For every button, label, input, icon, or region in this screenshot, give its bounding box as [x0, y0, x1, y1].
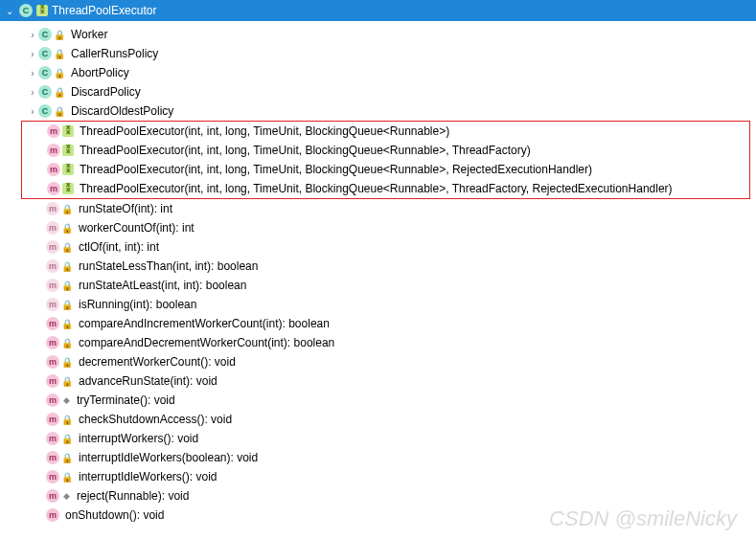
inner-class-row[interactable]: ›C🔒DiscardOldestPolicy — [4, 101, 756, 121]
method-label: reject(Runnable): void — [77, 489, 189, 503]
method-row[interactable]: monShutdown(): void — [4, 505, 756, 525]
expand-arrow-icon[interactable]: › — [27, 87, 38, 98]
method-label: workerCountOf(int): int — [79, 221, 195, 235]
class-icon: C — [38, 66, 52, 79]
method-icon: m — [46, 432, 59, 445]
method-icon: m — [47, 124, 60, 138]
lock-icon: 🔒 — [61, 280, 73, 291]
method-row[interactable]: m🔒interruptIdleWorkers(): void — [4, 467, 756, 486]
inner-class-row[interactable]: ›C🔒Worker — [4, 25, 756, 44]
method-row[interactable]: m🔒compareAndIncrementWorkerCount(int): b… — [4, 314, 756, 333]
method-row[interactable]: m🔒runStateLessThan(int, int): boolean — [4, 257, 756, 276]
method-icon: m — [46, 489, 59, 503]
method-label: checkShutdownAccess(): void — [79, 413, 232, 426]
method-icon: m — [46, 221, 59, 235]
method-label: decrementWorkerCount(): void — [79, 355, 236, 369]
final-icon: ◆ — [61, 395, 71, 405]
method-label: runStateAtLeast(int, int): boolean — [79, 279, 246, 292]
class-label: DiscardPolicy — [71, 85, 141, 99]
lock-icon: 🔒 — [61, 299, 73, 310]
method-label: interruptIdleWorkers(): void — [79, 470, 218, 483]
method-label: advanceRunState(int): void — [79, 374, 218, 388]
method-row[interactable]: m🔒compareAndDecrementWorkerCount(int): b… — [4, 333, 756, 352]
lock-icon: 🔒 — [61, 375, 73, 387]
constructor-label: ThreadPoolExecutor(int, int, long, TimeU… — [80, 124, 449, 138]
method-icon: m — [46, 470, 59, 483]
lock-icon: 🔒 — [54, 67, 65, 79]
method-icon: m — [46, 336, 59, 349]
static-final-icon: ⁑ — [36, 5, 48, 16]
method-row[interactable]: m◆reject(Runnable): void — [4, 486, 756, 505]
method-icon: m — [46, 393, 59, 407]
method-label: interruptIdleWorkers(boolean): void — [79, 451, 258, 464]
method-label: tryTerminate(): void — [77, 393, 175, 407]
class-title: ThreadPoolExecutor — [52, 4, 156, 17]
final-icon: ◆ — [61, 491, 71, 501]
method-row[interactable]: m🔒decrementWorkerCount(): void — [4, 352, 756, 371]
lock-icon: 🔒 — [54, 48, 65, 59]
lock-icon: 🔒 — [61, 203, 73, 214]
method-row[interactable]: m🔒workerCountOf(int): int — [4, 218, 756, 237]
method-row[interactable]: m🔒runStateOf(int): int — [4, 199, 756, 218]
expand-arrow-icon[interactable]: ⌄ — [4, 6, 15, 16]
method-row[interactable]: m🔒interruptWorkers(): void — [4, 429, 756, 448]
constructor-label: ThreadPoolExecutor(int, int, long, TimeU… — [80, 144, 531, 157]
lock-icon: 🔒 — [61, 318, 73, 329]
tree-header[interactable]: ⌄ C ⁑ ThreadPoolExecutor — [0, 0, 756, 21]
class-icon: C — [38, 28, 52, 41]
inner-class-row[interactable]: ›C🔒CallerRunsPolicy — [4, 44, 756, 63]
lock-icon: 🔒 — [61, 241, 73, 253]
method-label: compareAndDecrementWorkerCount(int): boo… — [79, 336, 334, 349]
lock-icon: 🔒 — [61, 452, 73, 463]
method-row[interactable]: m🔒interruptIdleWorkers(boolean): void — [4, 448, 756, 467]
class-label: DiscardOldestPolicy — [71, 104, 173, 118]
method-row[interactable]: m🔒checkShutdownAccess(): void — [4, 410, 756, 429]
constructor-row[interactable]: m⁑ThreadPoolExecutor(int, int, long, Tim… — [22, 122, 749, 141]
method-row[interactable]: m🔒ctlOf(int, int): int — [4, 237, 756, 257]
lock-icon: 🔒 — [61, 356, 73, 368]
method-icon: m — [47, 182, 60, 195]
expand-arrow-icon[interactable]: › — [27, 68, 38, 79]
class-label: AbortPolicy — [71, 66, 129, 79]
method-icon: m — [46, 259, 59, 273]
method-icon: m — [46, 240, 59, 254]
class-label: Worker — [71, 28, 107, 41]
lock-icon: 🔒 — [54, 86, 65, 98]
static-icon: ⁑ — [62, 145, 74, 156]
method-label: runStateLessThan(int, int): boolean — [79, 259, 258, 273]
method-icon: m — [46, 298, 59, 311]
inner-class-row[interactable]: ›C🔒DiscardPolicy — [4, 82, 756, 101]
method-row[interactable]: m◆tryTerminate(): void — [4, 391, 756, 410]
lock-icon: 🔒 — [61, 337, 73, 348]
expand-arrow-icon[interactable]: › — [27, 30, 38, 40]
constructor-row[interactable]: m⁑ThreadPoolExecutor(int, int, long, Tim… — [22, 141, 749, 160]
method-label: interruptWorkers(): void — [79, 432, 198, 445]
class-icon: C — [38, 104, 52, 118]
class-icon: C — [38, 85, 52, 99]
constructor-row[interactable]: m⁑ThreadPoolExecutor(int, int, long, Tim… — [22, 160, 749, 179]
lock-icon: 🔒 — [61, 471, 73, 483]
constructor-row[interactable]: m⁑ThreadPoolExecutor(int, int, long, Tim… — [22, 179, 749, 198]
lock-icon: 🔒 — [61, 414, 73, 425]
expand-arrow-icon[interactable]: › — [27, 106, 38, 117]
method-row[interactable]: m🔒isRunning(int): boolean — [4, 295, 756, 314]
method-icon: m — [46, 355, 59, 369]
method-label: onShutdown(): void — [65, 508, 164, 522]
constructor-label: ThreadPoolExecutor(int, int, long, TimeU… — [80, 182, 673, 195]
inner-class-row[interactable]: ›C🔒AbortPolicy — [4, 63, 756, 82]
lock-icon: 🔒 — [54, 105, 65, 117]
method-label: ctlOf(int, int): int — [79, 240, 159, 254]
method-icon: m — [47, 144, 60, 157]
method-label: runStateOf(int): int — [79, 202, 172, 215]
method-row[interactable]: m🔒advanceRunState(int): void — [4, 371, 756, 391]
constructor-label: ThreadPoolExecutor(int, int, long, TimeU… — [80, 163, 592, 176]
class-icon: C — [19, 4, 33, 17]
class-icon: C — [38, 47, 52, 60]
method-icon: m — [47, 163, 60, 176]
method-label: compareAndIncrementWorkerCount(int): boo… — [79, 317, 330, 330]
method-icon: m — [46, 451, 59, 464]
lock-icon: 🔒 — [61, 222, 73, 234]
method-icon: m — [46, 279, 59, 292]
expand-arrow-icon[interactable]: › — [27, 49, 38, 59]
method-row[interactable]: m🔒runStateAtLeast(int, int): boolean — [4, 276, 756, 295]
